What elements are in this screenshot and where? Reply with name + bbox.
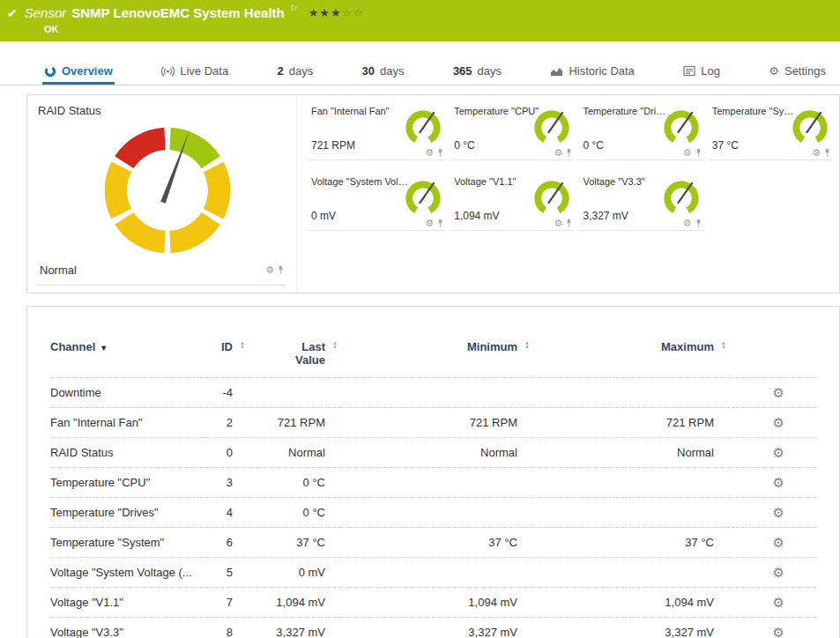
tab-label: Historic Data xyxy=(569,64,634,78)
tab-settings[interactable]: ⚙ Settings xyxy=(767,60,828,85)
pin-icon[interactable] xyxy=(695,219,702,228)
column-header-channel[interactable]: Channel▼ xyxy=(50,340,204,378)
channel-settings-gear-icon[interactable]: ⚙ xyxy=(728,498,818,528)
sensor-header: ✔ Sensor SNMP LenovoEMC System Health ⚐ … xyxy=(0,0,840,41)
pin-icon[interactable] xyxy=(566,219,572,228)
pin-icon[interactable] xyxy=(695,148,702,158)
channel-row[interactable]: Voltage "V1.1" 7 1,094 mV 1,094 mV 1,094… xyxy=(50,588,818,618)
tab-overview[interactable]: Overview xyxy=(42,60,115,85)
gear-icon[interactable]: ⚙ xyxy=(683,148,692,158)
cell-minimum xyxy=(339,498,532,528)
tab-365-days[interactable]: 365 days xyxy=(451,60,503,85)
column-header-id[interactable]: ID ▲▼ xyxy=(204,340,247,378)
area-chart-icon xyxy=(550,65,563,78)
gauge-value: 37 °C xyxy=(712,139,739,152)
channel-row[interactable]: Temperature "System" 6 37 °C 37 °C 37 °C… xyxy=(50,528,818,558)
gear-icon[interactable]: ⚙ xyxy=(683,219,692,228)
channel-settings-gear-icon[interactable]: ⚙ xyxy=(728,408,818,438)
gauge-title: Temperature "System" xyxy=(712,106,797,116)
pin-icon[interactable] xyxy=(278,265,284,275)
channel-row[interactable]: RAID Status 0 Normal Normal Normal ⚙ xyxy=(50,438,818,468)
channel-row[interactable]: Downtime -4 ⚙ xyxy=(50,378,818,408)
gear-icon[interactable]: ⚙ xyxy=(554,219,563,228)
channel-table: Channel▼ ID ▲▼ Last Value ▲▼ Minimum ▲▼ xyxy=(50,340,818,638)
tab-30-days[interactable]: 30 days xyxy=(361,60,406,85)
gauge-cell: Voltage "V3.3" 3,327 mV ⚙ xyxy=(579,174,702,231)
gauges-panel: RAID Status Normal ⚙ xyxy=(26,94,840,293)
cell-maximum xyxy=(532,558,728,588)
tab-historic-data[interactable]: Historic Data xyxy=(548,60,636,85)
channel-settings-gear-icon[interactable]: ⚙ xyxy=(728,558,818,588)
cell-channel: RAID Status xyxy=(50,438,204,468)
gear-icon[interactable]: ⚙ xyxy=(425,148,434,158)
tab-label: days xyxy=(380,64,404,78)
sort-icon[interactable]: ▲▼ xyxy=(721,341,726,350)
channel-settings-gear-icon[interactable]: ⚙ xyxy=(728,468,818,498)
channel-settings-gear-icon[interactable]: ⚙ xyxy=(728,588,818,618)
cell-channel: Fan "Internal Fan" xyxy=(50,408,204,438)
sort-icon[interactable]: ▲▼ xyxy=(524,341,530,350)
object-kind-label: Sensor xyxy=(25,5,67,20)
gear-icon[interactable]: ⚙ xyxy=(425,219,434,228)
cell-id: 2 xyxy=(204,408,247,438)
sort-icon[interactable]: ▲▼ xyxy=(240,341,245,350)
channel-row[interactable]: Temperature "Drives" 4 0 °C ⚙ xyxy=(50,498,818,528)
column-header-last-value[interactable]: Last Value ▲▼ xyxy=(247,340,339,378)
pin-icon[interactable] xyxy=(566,148,572,158)
column-header-maximum[interactable]: Maximum ▲▼ xyxy=(532,340,728,378)
sort-icon[interactable]: ▲▼ xyxy=(332,341,338,350)
cell-id: 4 xyxy=(204,498,247,528)
cell-last-value: 0 °C xyxy=(247,498,339,528)
channel-table-panel: Channel▼ ID ▲▼ Last Value ▲▼ Minimum ▲▼ xyxy=(26,306,840,638)
tab-log[interactable]: Log xyxy=(681,60,722,85)
broadcast-icon xyxy=(161,65,175,78)
channel-row[interactable]: Temperature "CPU" 3 0 °C ⚙ xyxy=(50,468,818,498)
cell-last-value: 0 mV xyxy=(247,558,339,588)
tab-number: 30 xyxy=(362,64,375,78)
gauge-title: Temperature "CPU" xyxy=(454,106,539,116)
channel-row[interactable]: Voltage "System Voltage (... 5 0 mV ⚙ xyxy=(50,558,818,588)
tab-number: 2 xyxy=(278,64,284,78)
tab-label: Settings xyxy=(784,64,826,78)
gauge-dial xyxy=(790,108,830,148)
cell-channel: Temperature "CPU" xyxy=(50,468,204,498)
gauge-dial xyxy=(661,108,702,148)
gauge-title: Voltage "V1.1" xyxy=(454,176,539,187)
tab-number: 365 xyxy=(453,64,472,78)
cell-minimum: 37 °C xyxy=(339,528,532,558)
tab-label: Overview xyxy=(62,64,113,78)
channel-settings-gear-icon[interactable]: ⚙ xyxy=(728,378,818,408)
cell-id: 5 xyxy=(204,558,247,588)
cell-last-value: 3,327 mV xyxy=(247,618,339,638)
priority-stars[interactable]: ★★★☆☆ xyxy=(308,6,364,19)
channel-row[interactable]: Fan "Internal Fan" 2 721 RPM 721 RPM 721… xyxy=(50,408,818,438)
channel-settings-gear-icon[interactable]: ⚙ xyxy=(728,438,818,468)
gear-icon[interactable]: ⚙ xyxy=(554,148,563,158)
channel-settings-gear-icon[interactable]: ⚙ xyxy=(728,618,818,638)
gauge-value: 721 RPM xyxy=(311,139,355,152)
gauge-value: 0 °C xyxy=(454,139,474,152)
favorite-flag-icon[interactable]: ⚐ xyxy=(290,4,298,13)
pin-icon[interactable] xyxy=(437,219,443,228)
gauge-cell: Temperature "System" 37 °C ⚙ xyxy=(709,104,832,160)
gear-icon[interactable]: ⚙ xyxy=(812,148,821,158)
gear-icon[interactable]: ⚙ xyxy=(265,265,274,275)
sensor-title: SNMP LenovoEMC System Health xyxy=(71,5,284,20)
tab-label: days xyxy=(478,64,502,78)
gauge-grid: Fan "Internal Fan" 721 RPM ⚙ Temperature… xyxy=(297,95,839,293)
pin-icon[interactable] xyxy=(824,148,830,158)
tab-live-data[interactable]: Live Data xyxy=(160,60,230,85)
channel-settings-gear-icon[interactable]: ⚙ xyxy=(728,528,818,558)
tab-2-days[interactable]: 2 days xyxy=(276,60,316,85)
gauge-title: Fan "Internal Fan" xyxy=(311,106,410,116)
cell-maximum: 37 °C xyxy=(532,528,728,558)
cell-maximum xyxy=(532,498,728,528)
column-header-minimum[interactable]: Minimum ▲▼ xyxy=(339,340,532,378)
channel-row[interactable]: Voltage "V3.3" 8 3,327 mV 3,327 mV 3,327… xyxy=(50,618,818,638)
pin-icon[interactable] xyxy=(437,148,443,158)
tab-label: Log xyxy=(701,64,720,78)
cell-minimum xyxy=(339,468,532,498)
gauge-title: Temperature "Drives" xyxy=(583,106,667,116)
cell-last-value xyxy=(247,378,339,408)
cell-minimum xyxy=(339,558,532,588)
